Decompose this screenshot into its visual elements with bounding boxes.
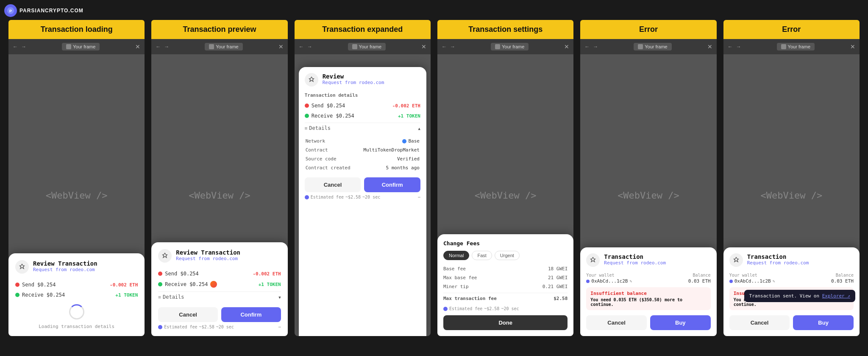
max-tx-fee-row: Max transaction fee $2.58 <box>443 293 568 303</box>
buy-button-error1[interactable]: Buy <box>650 315 711 330</box>
wallet-header: Your wallet Balance <box>586 273 710 278</box>
settings-title: Change Fees <box>443 240 568 247</box>
close-button[interactable]: ✕ <box>135 43 140 50</box>
frame-error-1: Error ← → Your frame ✕ <WebView /> <box>580 20 716 336</box>
webview-error2: <WebView /> Transaction Request from rod… <box>723 54 860 336</box>
confirm-button-preview[interactable]: Confirm <box>221 307 281 322</box>
max-base-fee-row: Max base fee 21 GWEI <box>443 273 568 282</box>
modal-title: Review Transaction <box>33 260 97 267</box>
fee-settings-icon[interactable]: ⋯ <box>278 325 281 329</box>
estimated-fee-settings: Estimated fee ~$2.58 ~20 sec <box>443 306 568 311</box>
confirm-button-expanded[interactable]: Confirm <box>364 177 420 192</box>
modal-subtitle: Request from rodeo.com <box>33 267 97 272</box>
browser-settings: ← → Your frame ✕ <WebView /> Change Fees… <box>437 39 573 336</box>
btn-row-error2: Cancel Buy <box>729 315 854 330</box>
forward-arrow[interactable]: → <box>21 44 26 50</box>
receive-row-loading: Receive $0.254 +1 TOKEN <box>15 290 138 300</box>
frame-transaction-preview: Transaction preview ← → Your frame ✕ <We… <box>151 20 287 336</box>
close-btn-preview[interactable]: ✕ <box>278 43 284 50</box>
wallet-info-2: 0xAbCd...1c2B ✎ 0.03 ETH <box>729 278 854 284</box>
details-row-expanded[interactable]: ≡ Details <box>305 123 420 133</box>
fee-tab-normal[interactable]: Normal <box>443 251 469 260</box>
browser-tab-preview: Your frame <box>205 43 242 50</box>
btn-row-expanded: Cancel Confirm <box>305 177 420 192</box>
browser-expanded: ← → Your frame ✕ Review <box>295 39 431 336</box>
insufficient-text: You need 0.035 ETH ($350.50) more to con… <box>590 297 706 307</box>
buy-button-error2[interactable]: Buy <box>793 315 854 330</box>
forward-arrow-preview[interactable]: → <box>164 44 169 50</box>
close-btn-error2[interactable]: ✕ <box>850 43 855 50</box>
frame-label-loading: Transaction loading <box>8 20 145 39</box>
send-row-loading: Send $0.254 -0.002 ETH <box>15 280 138 290</box>
browser-bar-settings: ← → Your frame ✕ <box>437 39 573 54</box>
browser-bar-error1: ← → Your frame ✕ <box>580 39 716 54</box>
logo-area: P PARSIANCRYPTO.COM <box>4 4 83 17</box>
table-row-network: Network Base <box>305 137 420 146</box>
chevron-up <box>418 125 420 131</box>
modal-header-loading: Review Transaction Request from rodeo.co… <box>15 260 138 274</box>
frame-error-2: Error ← → Your frame ✕ <WebView /> <box>723 20 860 336</box>
cancel-button-error1[interactable]: Cancel <box>586 315 647 330</box>
frame-label-error1: Error <box>580 20 716 39</box>
webview-preview: <WebView /> Review Transaction Request f… <box>151 54 287 336</box>
webview-settings: <WebView /> Change Fees Normal Fast Urge… <box>437 54 573 336</box>
browser-error2: ← → Your frame ✕ <WebView /> Transactio <box>723 39 860 336</box>
toast-notification: Transaction sent. View on Explorer ↗ <box>744 290 855 302</box>
cancel-button-expanded[interactable]: Cancel <box>305 177 361 192</box>
token-icon <box>210 281 217 288</box>
loading-text: Loading transaction details <box>15 324 138 329</box>
base-fee-row: Base fee 18 GWEI <box>443 264 568 273</box>
wallet-header-2: Your wallet Balance <box>729 273 854 278</box>
btn-row-preview: Cancel Confirm <box>158 307 281 322</box>
svg-text:P: P <box>9 9 12 13</box>
browser-tab: Your frame <box>62 43 100 50</box>
webview-loading: <WebView /> Review Transaction Request f… <box>8 54 145 336</box>
modal-expanded: Review Request from rodeo.com Transactio… <box>299 67 426 336</box>
miner-tip-row: Miner tip 0.21 GWEI <box>443 282 568 291</box>
details-icon: ≡ <box>158 294 161 300</box>
btn-row-error1: Cancel Buy <box>586 315 710 330</box>
wallet-info: 0xAbCd...1c2B ✎ 0.03 ETH <box>586 278 710 284</box>
browser-bar-preview: ← → Your frame ✕ <box>151 39 287 54</box>
table-row-created: Contract created 5 months ago <box>305 163 420 172</box>
frame-transaction-loading: Transaction loading ← → Your frame ✕ <We… <box>8 20 145 336</box>
cancel-button-preview[interactable]: Cancel <box>158 307 218 322</box>
frame-label-preview: Transaction preview <box>151 20 287 39</box>
back-arrow[interactable]: ← <box>13 44 18 50</box>
logo-text: PARSIANCRYPTO.COM <box>19 8 83 14</box>
browser-preview: ← → Your frame ✕ <WebView /> Review Tra <box>151 39 287 336</box>
webview-expanded: Review Request from rodeo.com Transactio… <box>295 54 431 336</box>
browser-bar-error2: ← → Your frame ✕ <box>723 39 860 54</box>
frame-transaction-settings: Transaction settings ← → Your frame ✕ <W… <box>437 20 573 336</box>
receive-dot <box>15 293 19 297</box>
frame-label-settings: Transaction settings <box>437 20 573 39</box>
loading-spinner <box>69 304 84 320</box>
close-btn-settings[interactable]: ✕ <box>564 43 569 50</box>
modal-settings: Change Fees Normal Fast Urgent Base fee … <box>437 234 573 336</box>
fee-tab-fast[interactable]: Fast <box>472 251 492 260</box>
table-row-source: Source code Verified <box>305 154 420 163</box>
webview-error1: <WebView /> Transaction Request from rod… <box>580 54 716 336</box>
modal-loading: Review Transaction Request from rodeo.co… <box>8 253 145 336</box>
chevron-down <box>278 294 281 300</box>
close-btn-expanded[interactable]: ✕ <box>421 43 426 50</box>
fee-tab-urgent[interactable]: Urgent <box>495 251 520 260</box>
tx-details-title: Transaction details <box>305 93 420 98</box>
modal-icon-loading <box>15 260 29 274</box>
cancel-button-error2[interactable]: Cancel <box>729 315 790 330</box>
back-arrow-preview[interactable]: ← <box>156 44 161 50</box>
details-row-preview[interactable]: ≡ Details <box>158 292 281 302</box>
browser-bar-loading: ← → Your frame ✕ <box>8 39 145 54</box>
done-button[interactable]: Done <box>443 315 568 330</box>
frame-transaction-expanded: Transaction expanded ← → Your frame ✕ <box>295 20 431 336</box>
frame-label-expanded: Transaction expanded <box>295 20 431 39</box>
explorer-link[interactable]: Explorer ↗ <box>822 293 850 299</box>
frame-label-error2: Error <box>723 20 860 39</box>
modal-preview: Review Transaction Request from rodeo.co… <box>151 242 287 336</box>
webview-text: <WebView /> <box>46 190 108 201</box>
close-btn-error1[interactable]: ✕ <box>707 43 712 50</box>
tab-label: Your frame <box>73 44 95 49</box>
tab-icon <box>66 44 71 49</box>
estimated-fee-expanded: Estimated fee ~$2.58 ~20 sec ⋯ <box>305 195 420 199</box>
fee-tabs: Normal Fast Urgent <box>443 251 568 260</box>
